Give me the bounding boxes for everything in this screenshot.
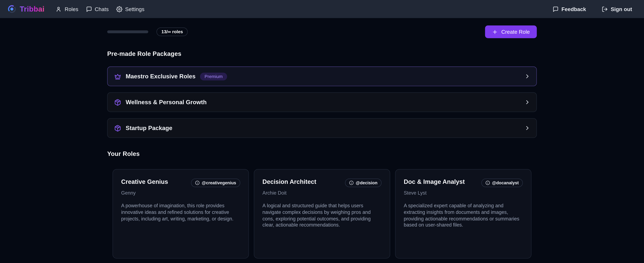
package-row-maestro[interactable]: Maestro Exclusive Roles Premium	[107, 66, 537, 86]
card-header: Decision Architect @decision	[262, 178, 382, 187]
role-subtitle: Steve Lyst	[404, 190, 523, 196]
tribbai-logo-icon	[8, 4, 16, 13]
package-title: Maestro Exclusive Roles	[126, 73, 196, 80]
your-roles-grid: Creative Genius @creativegenius Genny A …	[107, 169, 537, 259]
sign-out-icon	[602, 6, 608, 12]
your-roles-heading: Your Roles	[107, 150, 537, 157]
role-card-decision-architect[interactable]: Decision Architect @decision Archie Doit…	[254, 169, 390, 259]
top-navbar: Tribbai Roles Chats Settings	[0, 0, 644, 18]
card-header: Doc & Image Analyst @docanalyst	[404, 178, 523, 187]
role-card-creative-genius[interactable]: Creative Genius @creativegenius Genny A …	[112, 169, 249, 259]
role-handle: @docanalyst	[492, 181, 519, 185]
nav-item-chats[interactable]: Chats	[85, 3, 110, 15]
feedback-button[interactable]: Feedback	[552, 3, 587, 15]
roles-progress-bar	[107, 30, 148, 33]
roles-count-badge: 13/∞ roles	[156, 27, 188, 36]
role-description: A logical and structured guide that help…	[262, 203, 382, 229]
role-handle-badge[interactable]: @docanalyst	[482, 179, 523, 187]
role-handle: @decision	[356, 181, 378, 185]
nav-item-label: Chats	[95, 6, 109, 12]
main-nav: Roles Chats Settings	[55, 3, 145, 15]
roles-toolbar: 13/∞ roles Create Role	[107, 25, 537, 38]
role-description: A specialized expert capable of analyzin…	[404, 203, 523, 229]
navbar-right: Feedback Sign out	[552, 3, 633, 15]
chat-bubble-icon	[552, 6, 558, 12]
role-title: Creative Genius	[121, 178, 168, 185]
brand-name: Tribbai	[20, 5, 44, 13]
package-title: Startup Package	[126, 125, 172, 131]
role-subtitle: Genny	[121, 190, 240, 196]
info-icon	[486, 181, 490, 185]
package-row-startup[interactable]: Startup Package	[107, 118, 537, 138]
packages-heading: Pre-made Role Packages	[107, 50, 537, 57]
brand-logo[interactable]: Tribbai	[8, 4, 44, 13]
package-title: Wellness & Personal Growth	[126, 99, 207, 105]
package-row-wellness[interactable]: Wellness & Personal Growth	[107, 92, 537, 112]
package-icon	[114, 125, 121, 131]
role-handle-badge[interactable]: @decision	[345, 179, 382, 187]
chat-bubble-icon	[86, 6, 92, 12]
create-role-button[interactable]: Create Role	[485, 25, 537, 38]
role-handle-badge[interactable]: @creativegenius	[191, 179, 240, 187]
create-role-label: Create Role	[501, 29, 530, 35]
app-viewport: Tribbai Roles Chats Settings	[0, 0, 644, 263]
role-handle: @creativegenius	[202, 181, 236, 185]
gear-icon	[116, 6, 122, 12]
sign-out-label: Sign out	[611, 6, 632, 12]
feedback-label: Feedback	[562, 6, 586, 12]
role-title: Decision Architect	[262, 178, 316, 185]
main-content: 13/∞ roles Create Role Pre-made Role Pac…	[107, 25, 537, 263]
card-header: Creative Genius @creativegenius	[121, 178, 240, 187]
packages-list: Maestro Exclusive Roles Premium Wellness…	[107, 66, 537, 138]
package-icon	[114, 99, 121, 106]
chevron-right-icon	[524, 73, 531, 80]
info-icon	[195, 181, 200, 185]
roles-progress-cluster: 13/∞ roles	[107, 27, 188, 36]
nav-item-settings[interactable]: Settings	[115, 3, 145, 15]
chevron-right-icon	[524, 125, 531, 131]
role-subtitle: Archie Doit	[262, 190, 382, 196]
user-icon	[56, 6, 62, 12]
info-icon	[349, 181, 354, 185]
nav-item-roles[interactable]: Roles	[55, 3, 79, 15]
nav-item-label: Settings	[125, 6, 144, 12]
chevron-right-icon	[524, 99, 531, 105]
nav-item-label: Roles	[64, 6, 78, 12]
crown-icon	[114, 73, 121, 80]
plus-icon	[492, 29, 498, 35]
role-card-doc-image-analyst[interactable]: Doc & Image Analyst @docanalyst Steve Ly…	[395, 169, 532, 259]
role-description: A powerhouse of imagination, this role p…	[121, 203, 240, 222]
premium-badge: Premium	[200, 72, 227, 80]
role-title: Doc & Image Analyst	[404, 178, 465, 185]
sign-out-button[interactable]: Sign out	[601, 3, 633, 15]
